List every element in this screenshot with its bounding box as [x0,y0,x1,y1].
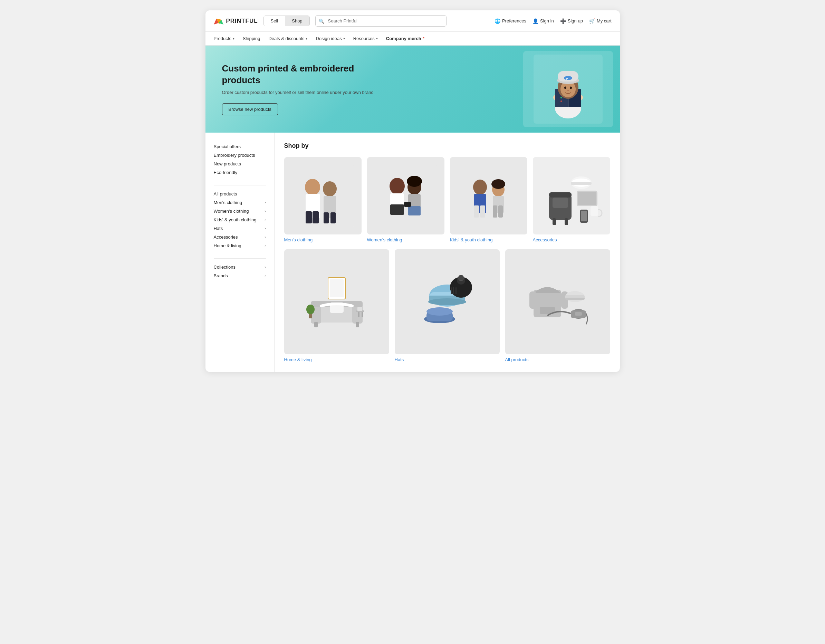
nav-products[interactable]: Products ▾ [214,36,235,41]
nav-resources[interactable]: Resources ▾ [353,36,378,41]
browse-new-products-button[interactable]: Browse new products [222,103,278,115]
sidebar-item-mens-clothing[interactable]: Men's clothing › [214,198,266,207]
sidebar: Special offers Embroidery products New p… [205,133,275,372]
sidebar-item-home-living[interactable]: Home & living › [214,241,266,250]
product-image-home [284,249,389,354]
person-plus-icon: ➕ [560,18,566,24]
svg-rect-47 [493,205,497,218]
svg-rect-73 [358,312,360,317]
chevron-icon: › [264,235,266,239]
product-grid-row2: Home & living [284,249,610,362]
nav-shipping[interactable]: Shipping [243,36,260,41]
chevron-icon: › [264,244,266,247]
product-card-accessories[interactable]: Accessories [533,157,610,242]
sidebar-item-eco-friendly[interactable]: Eco-friendly [214,168,266,177]
kid-illustration: P [533,54,603,124]
chevron-icon: › [264,274,266,278]
product-label-accessories: Accessories [533,237,610,242]
hero-image-area: P [499,46,620,133]
svg-rect-71 [356,322,359,327]
search-input[interactable] [315,15,446,26]
product-label-all: All products [505,357,610,362]
product-card-kids[interactable]: Kids' & youth clothing [450,157,527,242]
svg-rect-29 [324,212,329,223]
preferences-button[interactable]: 🌐 Preferences [494,18,526,24]
svg-rect-48 [498,205,503,218]
product-image-mens [284,157,362,235]
accessories-image [541,165,603,227]
header-actions: 🌐 Preferences 👤 Sign in ➕ Sign up 🛒 My c… [494,18,612,24]
sidebar-item-brands[interactable]: Brands › [214,272,266,280]
logo[interactable]: PRINTFUL [214,17,258,25]
svg-point-39 [407,176,422,187]
sidebar-item-all-products[interactable]: All products [214,190,266,198]
svg-rect-38 [404,202,411,207]
chevron-icon: › [264,209,266,213]
logo-icon [214,17,223,25]
shop-tab[interactable]: Shop [285,16,309,26]
sell-tab[interactable]: Sell [264,16,285,26]
sidebar-item-special-offers[interactable]: Special offers [214,142,266,151]
sidebar-divider-2 [214,258,266,259]
main-content: Special offers Embroidery products New p… [205,133,620,372]
svg-point-41 [473,179,487,195]
sidebar-item-new-products[interactable]: New products [214,159,266,168]
cart-button[interactable]: 🛒 My cart [589,18,612,24]
all-products-image [527,271,589,333]
svg-rect-30 [331,212,336,223]
sidebar-item-accessories[interactable]: Accessories › [214,233,266,241]
product-card-hats[interactable]: Hats [395,249,500,362]
home-image [306,271,368,333]
svg-rect-90 [453,287,454,294]
sign-in-button[interactable]: 👤 Sign in [533,18,554,24]
svg-rect-55 [565,218,568,225]
svg-point-94 [426,307,453,316]
logo-text: PRINTFUL [226,18,258,25]
shop-title: Shop by [284,142,610,150]
hero-subtitle: Order custom products for yourself or se… [222,90,395,95]
product-card-womens[interactable]: Women's clothing [367,157,445,242]
svg-rect-79 [357,307,362,311]
sidebar-item-hats[interactable]: Hats › [214,224,266,233]
sidebar-item-womens-clothing[interactable]: Women's clothing › [214,207,266,215]
search-bar: 🔍 [315,15,446,26]
svg-rect-74 [362,312,363,317]
svg-point-84 [428,298,466,305]
hero-content: Custom printed & embroidered products Or… [222,63,395,115]
sidebar-item-collections[interactable]: Collections › [214,263,266,272]
header: PRINTFUL Sell Shop 🔍 🌐 Preferences 👤 Sig… [205,10,620,32]
product-card-mens[interactable]: Men's clothing [284,157,362,242]
product-label-mens: Men's clothing [284,237,362,242]
svg-rect-76 [330,280,344,297]
product-card-home[interactable]: Home & living [284,249,389,362]
svg-rect-98 [529,292,536,309]
chevron-icon: › [264,265,266,269]
sidebar-item-embroidery[interactable]: Embroidery products [214,151,266,159]
svg-point-23 [305,179,320,195]
globe-icon: 🌐 [494,18,501,24]
mens-image [292,165,354,227]
product-label-hats: Hats [395,357,500,362]
product-label-kids: Kids' & youth clothing [450,237,527,242]
chevron-icon: ▾ [343,37,345,40]
chevron-icon: › [264,218,266,222]
sign-up-button[interactable]: ➕ Sign up [560,18,583,24]
svg-rect-91 [456,287,457,294]
chevron-icon: ▾ [306,37,307,40]
main-nav: Products ▾ Shipping Deals & discounts ▾ … [205,32,620,46]
product-image-accessories [533,157,610,235]
sidebar-item-kids-clothing[interactable]: Kids' & youth clothing › [214,215,266,224]
page-wrapper: PRINTFUL Sell Shop 🔍 🌐 Preferences 👤 Sig… [205,10,620,372]
chevron-icon: ▾ [376,37,378,40]
svg-point-32 [389,178,405,195]
cart-icon: 🛒 [589,18,595,24]
product-card-all[interactable]: All products [505,249,610,362]
nav-tabs: Sell Shop [264,15,310,26]
sidebar-bottom: Collections › Brands › [214,263,266,280]
svg-rect-44 [480,205,485,218]
svg-rect-40 [457,165,520,227]
nav-company-merch[interactable]: Company merch * [386,36,425,41]
nav-deals[interactable]: Deals & discounts ▾ [268,36,307,41]
nav-design-ideas[interactable]: Design ideas ▾ [316,36,345,41]
kids-image [457,165,520,227]
